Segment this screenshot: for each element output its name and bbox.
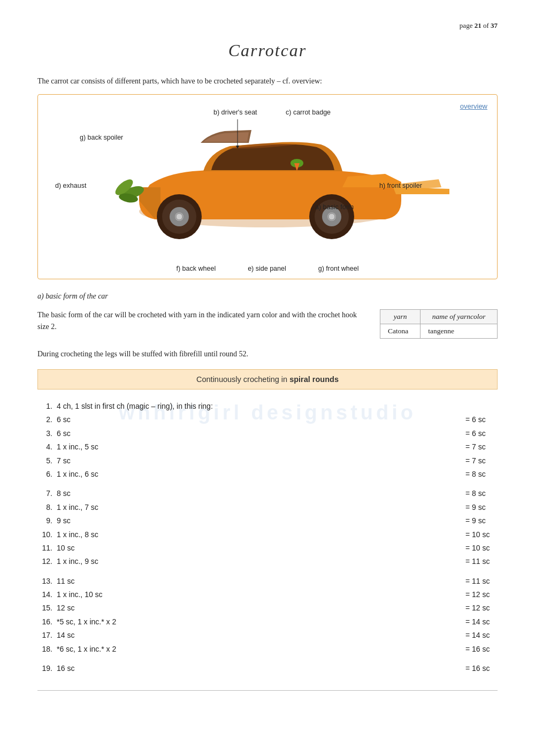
step-row-19: 19. 16 sc = 16 sc bbox=[37, 662, 498, 674]
yarn-col-header: yarn bbox=[380, 310, 421, 324]
label-side-panel: e) side panel bbox=[248, 265, 286, 272]
step-row-11: 11. 10 sc = 10 sc bbox=[37, 542, 498, 554]
step-row-6: 6. 1 x inc., 6 sc = 8 sc bbox=[37, 468, 498, 480]
car-diagram: b) driver's seat c) carrot badge g) back… bbox=[48, 104, 487, 259]
yarncolor-col-header: name of yarncolor bbox=[421, 310, 498, 324]
step-row-1: 1. 4 ch, 1 slst in first ch (magic – rin… bbox=[37, 400, 498, 412]
svg-point-10 bbox=[328, 213, 335, 220]
step-row-8: 8. 1 x inc., 7 sc = 9 sc bbox=[37, 501, 498, 513]
step-row-16: 16. *5 sc, 1 x inc.* x 2 = 14 sc bbox=[37, 616, 498, 628]
step-group-4: 19. 16 sc = 16 sc bbox=[37, 662, 498, 674]
spiral-banner: Continuously crocheting in spiral rounds bbox=[37, 369, 498, 390]
page-title-section: Carrotcar bbox=[37, 41, 498, 60]
page-number: page 21 of 37 bbox=[37, 21, 498, 30]
step-row-2: 2. 6 sc = 6 sc bbox=[37, 414, 498, 425]
yarn-color: tangenne bbox=[421, 324, 498, 339]
section-title: a) basic form of the car bbox=[37, 292, 498, 301]
step-group-2: 7. 8 sc = 8 sc 8. 1 x inc., 7 sc = 9 sc … bbox=[37, 487, 498, 567]
step-row-9: 9. 9 sc = 9 sc bbox=[37, 515, 498, 526]
step-row-10: 10. 1 x inc., 8 sc = 10 sc bbox=[37, 529, 498, 540]
bottom-diagram-labels: f) back wheel e) side panel g) front whe… bbox=[48, 265, 487, 272]
intro-text: The carrot car consists of different par… bbox=[37, 75, 498, 87]
car-illustration bbox=[48, 104, 487, 243]
step-group-1: 1. 4 ch, 1 slst in first ch (magic – rin… bbox=[37, 400, 498, 480]
yarn-table-row: Catona tangenne bbox=[380, 324, 498, 339]
step-row-12: 12. 1 x inc., 9 sc = 11 sc bbox=[37, 555, 498, 567]
step-row-3: 3. 6 sc = 6 sc bbox=[37, 427, 498, 439]
step-row-7: 7. 8 sc = 8 sc bbox=[37, 487, 498, 499]
step-row-4: 4. 1 x inc., 5 sc = 7 sc bbox=[37, 441, 498, 453]
page-divider bbox=[37, 690, 498, 691]
overview-box: overview bbox=[37, 94, 498, 279]
step-row-15: 15. 12 sc = 12 sc bbox=[37, 602, 498, 614]
step-group-3: 13. 11 sc = 11 sc 14. 1 x inc., 10 sc = … bbox=[37, 575, 498, 655]
label-front-wheel: g) front wheel bbox=[318, 265, 359, 272]
page-title: Carrotcar bbox=[228, 41, 307, 60]
step-row-5: 5. 7 sc = 7 sc bbox=[37, 455, 498, 467]
label-back-wheel: f) back wheel bbox=[177, 265, 216, 272]
step-row-14: 14. 1 x inc., 10 sc = 12 sc bbox=[37, 589, 498, 600]
yarn-name: Catona bbox=[380, 324, 421, 339]
step-row-18: 18. *6 sc, 1 x inc.* x 2 = 16 sc bbox=[37, 643, 498, 655]
stuffing-note: During crocheting the legs will be stuff… bbox=[37, 348, 498, 360]
yarn-section: The basic form of the car will be croche… bbox=[37, 309, 498, 339]
yarn-description: The basic form of the car will be croche… bbox=[37, 309, 364, 333]
step-row-17: 17. 14 sc = 14 sc bbox=[37, 629, 498, 641]
instructions-area: 1. 4 ch, 1 slst in first ch (magic – rin… bbox=[37, 400, 498, 674]
svg-point-5 bbox=[176, 213, 182, 220]
yarn-table: yarn name of yarncolor Catona tangenne bbox=[380, 309, 498, 339]
step-row-13: 13. 11 sc = 11 sc bbox=[37, 575, 498, 587]
